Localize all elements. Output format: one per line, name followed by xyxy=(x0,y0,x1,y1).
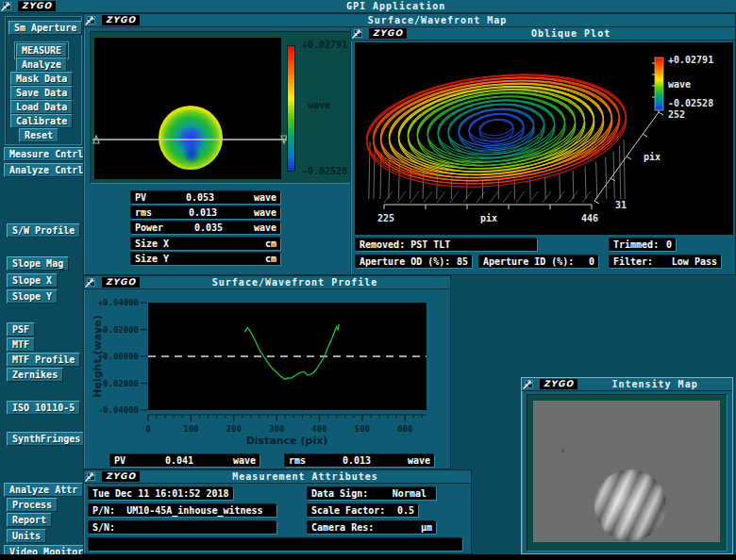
removed-field[interactable]: Removed: PST TLT xyxy=(356,239,537,251)
svg-text:+0.02000: +0.02000 xyxy=(98,325,139,335)
profile-window-title-bar: × ZYGO Surface/Wavefront Profile xyxy=(84,276,450,289)
scale-factor-field[interactable]: Scale Factor: 0.5 xyxy=(308,504,418,517)
svg-text:+0.04000: +0.04000 xyxy=(98,298,139,307)
stat-label: rms xyxy=(289,454,306,467)
measure-cntrl-button[interactable]: Measure Cntrl xyxy=(4,147,89,161)
stat-label: Power xyxy=(135,222,163,234)
map-colorbar-units: wave xyxy=(308,100,330,110)
report-button[interactable]: Report xyxy=(7,513,52,527)
zernikes-button[interactable]: Zernikes xyxy=(7,368,63,382)
map-window-title: Surface/Wavefront Map xyxy=(140,15,735,25)
units-button[interactable]: Units xyxy=(7,529,46,543)
stat-unit: wave xyxy=(408,454,430,467)
zygo-logo: ZYGO xyxy=(102,15,140,25)
iso-10110-5-button[interactable]: ISO 10110-5 xyxy=(7,401,80,415)
svg-text:600: 600 xyxy=(397,424,412,434)
reset-button[interactable]: Reset xyxy=(19,128,59,142)
aperture-id-field[interactable]: Aperture ID (%): 0 xyxy=(479,255,598,268)
oblique-window-title: Oblique Plot xyxy=(407,28,735,39)
pushpin-icon[interactable] xyxy=(0,1,11,12)
save-data-button[interactable]: Save Data xyxy=(10,86,73,100)
oblique-right-min: 31 xyxy=(615,200,627,210)
oblique-x-label: pix xyxy=(480,213,497,223)
map-colorbar xyxy=(287,45,295,172)
profile-chart[interactable]: +0.04000+0.02000+0.00000-0.02000-0.04000… xyxy=(88,291,446,450)
pushpin-icon[interactable] xyxy=(84,15,95,26)
slope-y-button[interactable]: Slope Y xyxy=(7,289,58,304)
field-label: Scale Factor: xyxy=(311,504,385,517)
svg-text:-0.04000: -0.04000 xyxy=(98,405,139,415)
field-label: P/N: xyxy=(92,504,115,517)
svg-text:500: 500 xyxy=(355,424,370,434)
power-readout: Power 0.035 wave xyxy=(131,222,280,234)
field-value: 0 xyxy=(589,255,594,268)
pushpin-icon[interactable] xyxy=(351,28,362,40)
zygo-logo: ZYGO xyxy=(102,277,140,288)
fringe-circle-shading xyxy=(594,469,666,541)
field-value: UM10-45A_inhouse_witness xyxy=(126,504,263,517)
measurement-attributes-window: × ZYGO Measurement Attributes Tue Dec 11… xyxy=(83,469,472,554)
stat-label: rms xyxy=(135,206,152,219)
stat-label: Size Y xyxy=(135,253,169,265)
svg-text:100: 100 xyxy=(183,424,198,434)
mtf-button[interactable]: MTF xyxy=(7,338,35,352)
measure-button[interactable]: MEASURE xyxy=(16,43,67,58)
pushpin-icon[interactable] xyxy=(84,471,95,483)
load-data-button[interactable]: Load Data xyxy=(10,100,73,114)
field-value: 0 xyxy=(666,239,672,251)
process-button[interactable]: Process xyxy=(7,498,58,512)
mask-data-button[interactable]: Mask Data xyxy=(10,72,73,86)
profile-xlabel: Distance (pix) xyxy=(246,435,328,447)
slope-mag-button[interactable]: Slope Mag xyxy=(7,256,69,271)
stat-value: 0.035 xyxy=(194,222,223,234)
svg-text:-0.02000: -0.02000 xyxy=(98,379,139,388)
size-x-readout: Size X cm xyxy=(131,238,280,250)
pushpin-icon[interactable] xyxy=(522,379,533,390)
profile-rms-readout: rms 0.013 wave xyxy=(285,454,434,467)
map-window-title-bar: × ZYGO Surface/Wavefront Map xyxy=(84,14,735,27)
oblique-y-axis-top: 252 xyxy=(668,109,685,120)
field-label: Filter: xyxy=(613,255,653,268)
oblique-colorbar-min: -0.02528 xyxy=(668,98,713,108)
data-sign-field[interactable]: Data Sign: Normal xyxy=(308,487,436,500)
zygo-logo: ZYGO xyxy=(18,1,56,11)
oblique-colorbar-units: wave xyxy=(668,79,691,90)
stat-unit: wave xyxy=(233,454,256,467)
psf-button[interactable]: PSF xyxy=(7,322,35,337)
analyze-attr-button[interactable]: Analyze Attr xyxy=(4,483,83,497)
slope-x-button[interactable]: Slope X xyxy=(7,273,58,288)
sw-profile-button[interactable]: S/W Profile xyxy=(7,223,80,238)
svg-text:200: 200 xyxy=(226,424,242,434)
pushpin-icon[interactable] xyxy=(84,277,95,288)
field-value: 85 xyxy=(457,255,468,268)
serial-number-field[interactable]: S/N: xyxy=(89,521,276,534)
part-number-field[interactable]: P/N: UM10-45A_inhouse_witness xyxy=(89,504,276,517)
app-title-bar: × ZYGO GPI Application xyxy=(0,0,736,13)
stat-value: 0.041 xyxy=(165,454,193,467)
analyze-button[interactable]: Analyze xyxy=(16,58,67,72)
field-value: PST TLT xyxy=(410,239,450,251)
field-label: Aperture OD (%): xyxy=(360,255,450,268)
mtf-profile-button[interactable]: MTF Profile xyxy=(7,353,80,367)
zygo-logo: ZYGO xyxy=(540,379,577,389)
timestamp: Tue Dec 11 16:01:52 2018 xyxy=(92,487,229,500)
comment-field[interactable] xyxy=(89,538,462,551)
stat-unit: wave xyxy=(254,191,276,204)
aperture-od-field[interactable]: Aperture OD (%): 85 xyxy=(356,255,472,268)
intensity-window-title-bar: × ZYGO Intensity Map xyxy=(522,378,732,391)
calibrate-button[interactable]: Calibrate xyxy=(10,114,73,128)
analyze-cntrl-button[interactable]: Analyze Cntrl xyxy=(4,163,89,177)
stat-unit: cm xyxy=(265,238,276,250)
map-colorbar-max: +0.02791 xyxy=(302,40,347,50)
stat-label: PV xyxy=(135,191,146,204)
svg-text:0: 0 xyxy=(145,424,150,434)
intensity-window-title: Intensity Map xyxy=(577,379,732,389)
stat-unit: wave xyxy=(254,222,276,234)
app-title: GPI Application xyxy=(56,1,736,11)
sm-aperture-button[interactable]: Sm Aperture xyxy=(8,21,82,35)
oblique-x-min: 225 xyxy=(377,213,394,223)
synthfringes-button[interactable]: SynthFringes xyxy=(7,432,86,446)
filter-field[interactable]: Filter: Low Pass xyxy=(610,255,721,268)
stat-value: 0.013 xyxy=(189,206,217,219)
camera-res-field[interactable]: Camera Res: µm xyxy=(308,521,436,534)
